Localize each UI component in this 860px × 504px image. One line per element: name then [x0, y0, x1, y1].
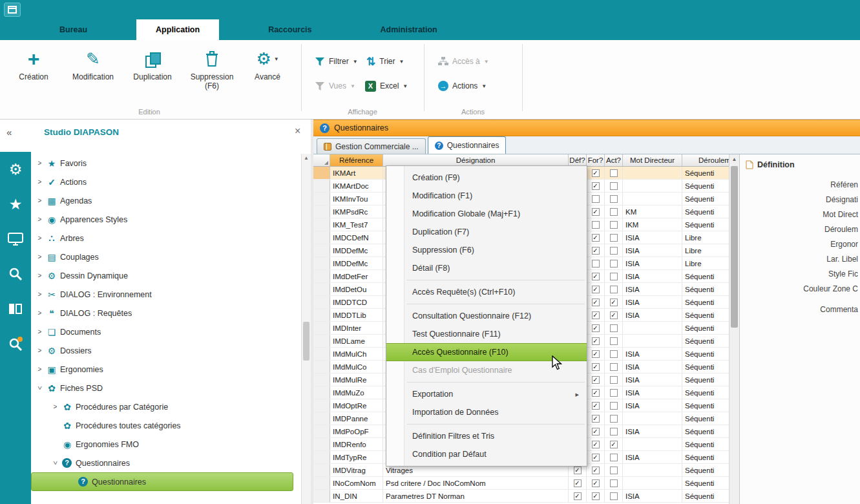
column-header-act[interactable]: Act? [605, 154, 623, 166]
ribbon-tab-bureau[interactable]: Bureau [40, 19, 107, 40]
tree-item[interactable]: > DIALOG : Environnement [31, 285, 301, 304]
def-checkbox[interactable] [574, 467, 582, 474]
for-checkbox[interactable] [592, 311, 600, 319]
row-selector-cell[interactable] [313, 270, 330, 282]
column-header-deroulement[interactable]: Déroulem [682, 154, 729, 166]
scroll-up-icon[interactable]: ▲ [302, 154, 311, 163]
app-menu-button[interactable] [4, 3, 21, 17]
tree-item[interactable]: > Procédures par Catégorie [31, 397, 301, 416]
creation-button[interactable]: + Création [4, 45, 63, 81]
row-selector-cell[interactable] [313, 309, 330, 321]
tree-item[interactable]: > Couplages [31, 247, 301, 266]
row-selector-cell[interactable] [313, 283, 330, 295]
table-corner-cell[interactable] [313, 154, 330, 166]
close-icon[interactable]: × [295, 125, 300, 137]
collapse-sidebar-button[interactable]: « [6, 127, 12, 138]
scroll-up-icon[interactable]: ▲ [729, 154, 739, 165]
for-checkbox[interactable] [592, 260, 600, 268]
act-checkbox[interactable] [610, 195, 618, 203]
act-checkbox[interactable] [610, 273, 618, 280]
tab-gestion-commerciale[interactable]: Gestion Commerciale ... [317, 138, 426, 154]
act-checkbox[interactable] [610, 286, 618, 293]
row-selector-cell[interactable] [313, 205, 330, 218]
act-checkbox[interactable] [610, 169, 618, 177]
column-header-for[interactable]: For? [587, 154, 605, 166]
menu-item[interactable]: Duplication (F7) [386, 223, 587, 241]
search-accent-icon[interactable] [0, 326, 31, 361]
for-checkbox[interactable] [592, 402, 600, 410]
act-checkbox[interactable] [610, 337, 618, 345]
for-checkbox[interactable] [592, 376, 600, 384]
act-checkbox[interactable] [610, 350, 618, 358]
row-selector-cell[interactable] [313, 348, 330, 360]
tree-item[interactable]: > Actions [31, 173, 301, 191]
for-checkbox[interactable] [592, 182, 600, 190]
excel-button[interactable]: X Excel ▼ [365, 79, 408, 93]
menu-item[interactable]: Test Questionnaire (F11) [386, 325, 587, 343]
scrollbar-thumb[interactable] [303, 322, 309, 361]
table-row[interactable]: IN_DIN Parametres DT Norman ISIA Séquent… [313, 490, 729, 503]
tree-item[interactable]: > Fiches PSD [31, 379, 301, 397]
menu-item[interactable]: Définition Filtres et Tris [386, 427, 587, 445]
for-checkbox[interactable] [592, 195, 600, 203]
panels-icon[interactable] [0, 291, 31, 326]
menu-item[interactable]: Consultation Questionnaire (F12) [386, 307, 587, 325]
column-header-mot-directeur[interactable]: Mot Directeur [623, 154, 682, 166]
tree-item[interactable]: > Dessin Dynamique [31, 266, 301, 285]
for-checkbox[interactable] [592, 299, 600, 306]
act-checkbox[interactable] [610, 208, 618, 216]
row-selector-cell[interactable] [313, 477, 330, 489]
row-selector-cell[interactable] [313, 180, 330, 192]
tree-item[interactable]: Questionnaires [31, 472, 293, 491]
actions-button[interactable]: → Actions ▼ [438, 79, 487, 93]
column-header-def[interactable]: Déf? [569, 154, 587, 166]
table-row[interactable]: INoComNom Psd critere / Doc INoComNom Sé… [313, 477, 729, 490]
for-checkbox[interactable] [592, 324, 600, 332]
for-checkbox[interactable] [592, 441, 600, 448]
act-checkbox[interactable] [610, 376, 618, 384]
row-selector-cell[interactable] [313, 373, 330, 386]
tab-questionnaires[interactable]: ? Questionnaires [428, 136, 507, 154]
ribbon-tab-administration[interactable]: Administration [361, 19, 457, 40]
column-header-designation[interactable]: Désignation [383, 154, 569, 166]
for-checkbox[interactable] [592, 363, 600, 371]
row-selector-cell[interactable] [313, 490, 330, 502]
duplication-button[interactable]: Duplication [123, 45, 182, 81]
row-selector-cell[interactable] [313, 361, 330, 373]
row-selector-cell[interactable] [313, 218, 330, 231]
for-checkbox[interactable] [592, 415, 600, 423]
for-checkbox[interactable] [592, 389, 600, 397]
menu-item[interactable]: Création (F9) [386, 169, 587, 187]
ribbon-tab-application[interactable]: Application [136, 19, 219, 40]
search-icon[interactable] [0, 257, 31, 291]
act-checkbox[interactable] [610, 428, 618, 436]
menu-item[interactable]: Suppression (F6) [386, 241, 587, 259]
row-selector-cell[interactable] [313, 167, 330, 179]
tree-item[interactable]: > Apparences Styles [31, 210, 301, 229]
for-checkbox[interactable] [592, 479, 600, 487]
row-selector-cell[interactable] [313, 386, 330, 399]
modification-button[interactable]: ✎ Modification [63, 45, 123, 81]
tree-item[interactable]: > Agendas [31, 191, 301, 210]
act-checkbox[interactable] [610, 221, 618, 229]
row-selector-cell[interactable] [313, 244, 330, 257]
act-checkbox[interactable] [610, 182, 618, 190]
for-checkbox[interactable] [592, 286, 600, 293]
menu-item[interactable]: Modification Globale (Maj+F1) [386, 205, 587, 223]
avance-button[interactable]: ⚙▼ Avancé [242, 45, 293, 81]
row-selector-cell[interactable] [313, 231, 330, 244]
tree-item[interactable]: > Arbres [31, 229, 301, 247]
menu-item[interactable]: Exportation ▸ [386, 385, 587, 403]
act-checkbox[interactable] [610, 492, 618, 500]
act-checkbox[interactable] [610, 402, 618, 410]
suppression-button[interactable]: Suppression (F6) [182, 45, 242, 90]
row-selector-cell[interactable] [313, 451, 330, 463]
act-checkbox[interactable] [610, 311, 618, 319]
for-checkbox[interactable] [592, 350, 600, 358]
row-selector-cell[interactable] [313, 399, 330, 412]
tree-item[interactable]: > Favoris [31, 154, 301, 173]
acces-a-button[interactable]: Accès à ▼ [438, 54, 489, 68]
monitor-icon[interactable] [0, 222, 31, 257]
act-checkbox[interactable] [610, 299, 618, 306]
menu-item[interactable]: Importation de Données [386, 403, 587, 421]
